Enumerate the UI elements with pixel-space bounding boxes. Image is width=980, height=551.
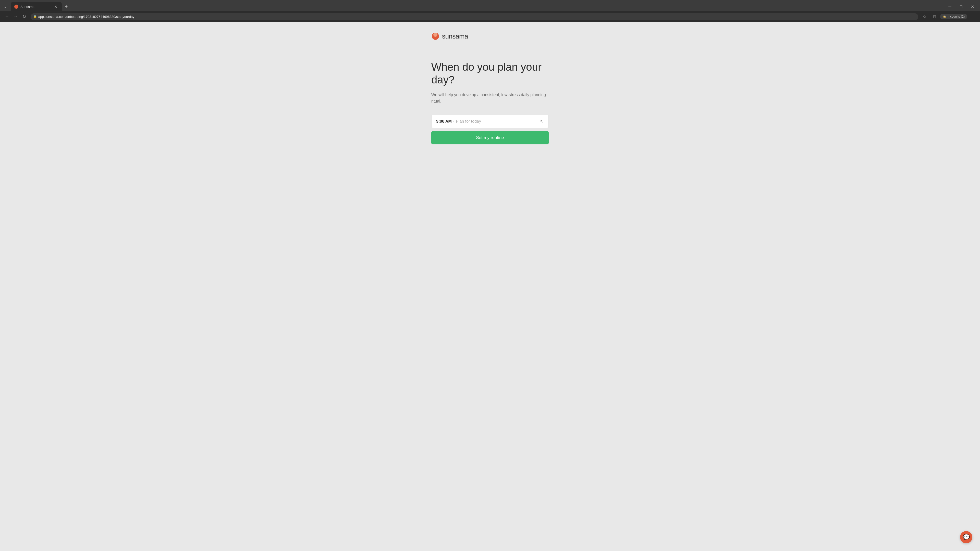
page-subtitle: We will help you develop a consistent, l… — [431, 92, 549, 105]
sunsama-logo: sunsama — [431, 32, 468, 40]
sunsama-favicon-icon — [14, 5, 18, 9]
cursor-icon: ↖ — [540, 119, 544, 124]
nav-buttons: ← → ↻ — [3, 13, 28, 21]
tab-left-controls: ⌄ — [2, 3, 8, 10]
incognito-badge[interactable]: 🕵 Incognito (2) — [940, 14, 967, 19]
svg-point-1 — [433, 33, 438, 37]
tab-title: Sunsama — [21, 5, 35, 9]
maximize-button[interactable]: □ — [958, 3, 965, 10]
forward-button[interactable]: → — [12, 13, 19, 21]
set-routine-button[interactable]: Set my routine — [431, 131, 549, 144]
chat-button[interactable]: 💬 — [960, 531, 972, 543]
active-browser-tab[interactable]: Sunsama ✕ — [11, 2, 62, 11]
page-heading: When do you plan your day? — [431, 61, 549, 86]
sunsama-logo-text: sunsama — [442, 32, 468, 40]
sunsama-logo-icon — [431, 32, 439, 40]
time-input-box[interactable]: 9:00 AM · Plan for today ↖ — [431, 115, 549, 128]
bookmark-button[interactable]: ☆ — [921, 13, 928, 21]
lock-icon: 🔒 — [33, 15, 37, 18]
time-input-content: 9:00 AM · Plan for today — [436, 119, 481, 124]
tab-overflow-button[interactable]: ⌄ — [2, 3, 8, 10]
window-controls: ─ □ ✕ — [946, 3, 978, 10]
close-window-button[interactable]: ✕ — [969, 3, 976, 10]
chat-icon: 💬 — [963, 534, 970, 540]
page-content: sunsama When do you plan your day? We wi… — [0, 22, 980, 551]
toolbar-right: ☆ ⊟ 🕵 Incognito (2) ⋮ — [921, 13, 977, 21]
tab-close-button[interactable]: ✕ — [53, 4, 58, 9]
sidebar-button[interactable]: ⊟ — [931, 13, 938, 21]
browser-address-bar: ← → ↻ 🔒 ☆ ⊟ 🕵 Incognito (2) ⋮ — [0, 11, 980, 22]
logo-area: sunsama — [0, 32, 468, 40]
chevron-down-icon: ⌄ — [4, 5, 6, 9]
time-placeholder-label: Plan for today — [456, 119, 481, 124]
incognito-label: Incognito (2) — [948, 15, 965, 18]
main-content: When do you plan your day? We will help … — [431, 61, 549, 144]
tab-favicon — [14, 5, 18, 9]
new-tab-button[interactable]: + — [63, 3, 70, 10]
time-value: 9:00 AM — [436, 119, 452, 124]
time-separator: · — [453, 119, 454, 124]
back-button[interactable]: ← — [3, 13, 11, 21]
menu-button[interactable]: ⋮ — [969, 13, 977, 21]
browser-chrome: ⌄ Sunsama ✕ + ─ □ ✕ ← → ↻ 🔒 ☆ — [0, 0, 980, 22]
incognito-icon: 🕵 — [943, 15, 947, 18]
address-bar-input[interactable] — [30, 13, 918, 20]
minimize-button[interactable]: ─ — [946, 3, 953, 10]
browser-tab-bar: ⌄ Sunsama ✕ + ─ □ ✕ — [0, 0, 980, 11]
refresh-button[interactable]: ↻ — [21, 13, 28, 21]
url-bar-wrapper: 🔒 — [30, 13, 918, 20]
